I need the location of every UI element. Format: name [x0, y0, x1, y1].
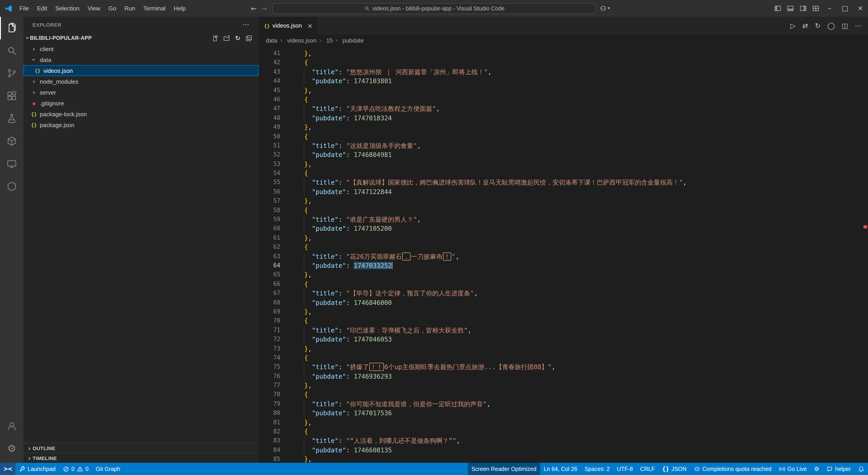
code-line[interactable]: 53 }, [258, 159, 868, 169]
code-line[interactable]: 68 "pubdate": 1746846000 [258, 298, 868, 307]
breadcrumb-item[interactable]: videos.json [285, 37, 316, 43]
split-editor-icon[interactable]: ◫ [842, 22, 848, 30]
code-line[interactable]: 47 "title": "天津早点吃法教程之方便面篇", [258, 104, 868, 114]
activity-remote-explorer[interactable] [0, 152, 24, 175]
panel-outline[interactable]: ›OUTLINE [24, 443, 258, 453]
code-line[interactable]: 64 "pubdate": 1747033252 [258, 261, 868, 270]
activity-extensions[interactable] [0, 85, 24, 107]
new-file-icon[interactable] [212, 35, 218, 41]
status-helper[interactable]: helper [823, 463, 855, 475]
code-line[interactable]: 48 "pubdate": 1747018324 [258, 113, 868, 123]
menu-help[interactable]: Help [169, 0, 190, 17]
code-line[interactable]: 67 "title": "【毕导】这个定律，预言了你的人生进度条", [258, 289, 868, 298]
code-line[interactable]: 82 { [258, 427, 868, 436]
overview-ruler[interactable] [863, 46, 868, 463]
close-icon[interactable]: × [307, 22, 312, 29]
tree-item-node-modules[interactable]: ›node_modules [24, 76, 258, 87]
activity-source-control[interactable] [0, 62, 24, 85]
layout-secondary-icon[interactable] [797, 5, 809, 12]
forward-icon[interactable]: → [261, 4, 267, 12]
code-line[interactable]: 58 { [258, 206, 868, 215]
code-line[interactable]: 66 { [258, 279, 868, 289]
code-line[interactable]: 57 }, [258, 197, 868, 206]
menu-go[interactable]: Go [104, 0, 121, 17]
maximize-icon[interactable]: □ [837, 5, 852, 12]
copilot-menu-button[interactable]: ▾ [600, 5, 610, 12]
code-line[interactable]: 62 { [258, 242, 868, 252]
collapse-all-icon[interactable] [246, 35, 252, 41]
code-line[interactable]: 76 "pubdate": 1746936293 [258, 372, 868, 381]
status-language-mode[interactable]: {}JSON [658, 463, 690, 475]
layout-sidebar-icon[interactable] [771, 5, 784, 12]
code-line[interactable]: 69 }, [258, 307, 868, 317]
command-center[interactable]: videos.json - bilibili-popular-app - Vis… [272, 3, 596, 14]
menu-edit[interactable]: Edit [33, 0, 51, 17]
tab-videos-json[interactable]: {}videos.json× [258, 17, 318, 34]
tree-item-server[interactable]: ›server [24, 87, 258, 98]
status-problems[interactable]: 00 [59, 463, 92, 475]
status-remote[interactable]: >< [0, 463, 16, 475]
code-line[interactable]: 51 "title": "这就是顶级杀手的食量", [258, 141, 868, 150]
code-line[interactable]: 45 }, [258, 86, 868, 95]
code-line[interactable]: 43 "title": "悠悠凉州彻 ｜ 河西新篇章「凉州」即将上线！", [258, 67, 868, 77]
activity-accounts[interactable] [0, 415, 24, 438]
code-line[interactable]: 78 { [258, 390, 868, 399]
tree-item-data[interactable]: ›data [24, 54, 258, 65]
code-line[interactable]: 41 }, [258, 49, 868, 58]
breadcrumb-item[interactable]: pubdate [341, 37, 364, 43]
code-line[interactable]: 49 }, [258, 123, 868, 132]
status-notifications[interactable] [855, 463, 868, 475]
code-line[interactable]: 63 "title": "花26万买翡翠赌石，一刀披麻布！", [258, 252, 868, 261]
tree-item-package-json[interactable]: {}package.json [24, 119, 258, 130]
status-go-live[interactable]: Go Live [775, 463, 810, 475]
status-indentation[interactable]: Spaces: 2 [581, 463, 613, 475]
code-line[interactable]: 85 }, [258, 455, 868, 463]
code-line[interactable]: 52 "pubdate": 1746804981 [258, 150, 868, 160]
code-line[interactable]: 80 "pubdate": 1747017536 [258, 409, 868, 418]
activity-docker[interactable] [0, 130, 24, 152]
status-cursor-position[interactable]: Ln 64, Col 26 [540, 463, 581, 475]
tree-item-package-lock-json[interactable]: {}package-lock.json [24, 109, 258, 119]
breadcrumb-item[interactable]: data [266, 37, 277, 43]
code-editor[interactable]: 41 },42 {43 "title": "悠悠凉州彻 ｜ 河西新篇章「凉州」即… [258, 46, 868, 463]
tree-item--gitignore[interactable]: ◆.gitignore [24, 98, 258, 109]
menu-file[interactable]: File [16, 0, 33, 17]
menu-terminal[interactable]: Terminal [139, 0, 169, 17]
code-line[interactable]: 56 "pubdate": 1747122844 [258, 187, 868, 197]
compare-icon[interactable]: ⇄ [802, 22, 808, 30]
sync-icon[interactable]: ↻ [815, 22, 820, 30]
status-screen-reader-mode[interactable]: Screen Reader Optimized [468, 463, 540, 475]
code-line[interactable]: 70 { [258, 317, 868, 326]
code-line[interactable]: 54 { [258, 169, 868, 178]
activity-settings[interactable]: ⚙ [0, 438, 24, 460]
run-icon[interactable]: ▷ [790, 22, 796, 30]
code-line[interactable]: 60 "pubdate": 1747105200 [258, 224, 868, 233]
layout-grid-icon[interactable] [809, 5, 822, 12]
circle-icon[interactable]: ◯ [827, 22, 835, 30]
layout-panel-icon[interactable] [784, 5, 797, 12]
back-icon[interactable]: ← [251, 4, 256, 12]
minimize-icon[interactable]: – [822, 5, 837, 12]
menu-selection[interactable]: Selection [51, 0, 84, 17]
code-line[interactable]: 44 "pubdate": 1747103801 [258, 77, 868, 86]
tree-item-videos-json[interactable]: {}videos.json [24, 65, 258, 76]
code-line[interactable]: 50 { [258, 132, 868, 141]
code-line[interactable]: 83 "title": "“人活着，到哪儿还不是做条狗啊？”", [258, 436, 868, 446]
refresh-icon[interactable]: ↻ [235, 35, 241, 41]
status-settings-sync[interactable]: ⚙ [810, 463, 823, 475]
code-line[interactable]: 81 }, [258, 418, 868, 427]
more-actions-icon[interactable]: ⋯ [243, 21, 250, 28]
code-line[interactable]: 59 "title": "谁是广东最硬的男人？", [258, 215, 868, 224]
code-line[interactable]: 42 { [258, 58, 868, 67]
code-line[interactable]: 65 }, [258, 270, 868, 279]
menu-run[interactable]: Run [120, 0, 139, 17]
code-line[interactable]: 72 "pubdate": 1747046053 [258, 335, 868, 344]
activity-testing[interactable] [0, 107, 24, 130]
code-line[interactable]: 61 }, [258, 233, 868, 243]
more-actions-icon[interactable]: ⋯ [855, 22, 862, 30]
code-line[interactable]: 46 { [258, 95, 868, 104]
status-launchpad[interactable]: Launchpad [16, 463, 59, 475]
code-line[interactable]: 75 "title": "挤爆了！！6个up主假期旺季去最热门景点旅游...【青… [258, 363, 868, 372]
status-copilot-status[interactable]: Completions quota reached [690, 463, 775, 475]
code-line[interactable]: 55 "title": "【真解说球】国家德比，姆巴佩进球伤害球队！皇马无耻黑哨… [258, 178, 868, 187]
